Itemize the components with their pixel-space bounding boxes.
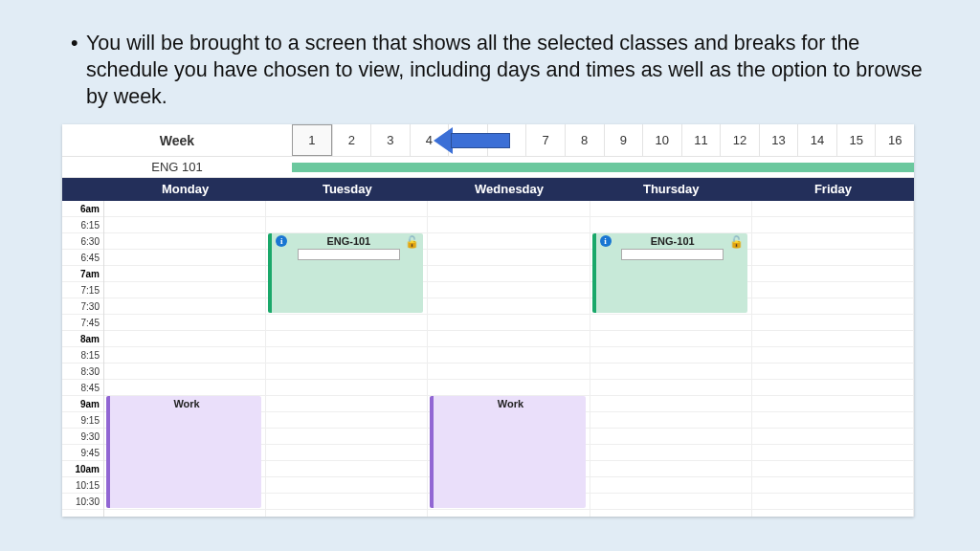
day-header: Tuesday	[266, 178, 428, 201]
time-label: 10:30	[62, 494, 103, 510]
week-selector-row: Week 12345678910111213141516	[62, 124, 914, 157]
time-label: 9:45	[62, 445, 103, 461]
time-label: 8:45	[62, 380, 103, 396]
unlock-icon[interactable]: 🔓	[405, 235, 419, 249]
break-event[interactable]: Work	[106, 396, 261, 508]
event-title: Work	[498, 398, 523, 409]
day-column: iENG-101🔓	[590, 201, 752, 517]
event-input[interactable]	[621, 249, 724, 260]
day-header: Wednesday	[428, 178, 590, 201]
week-cell-14[interactable]: 14	[797, 124, 836, 156]
week-cell-16[interactable]: 16	[875, 124, 914, 156]
event-title: ENG-101	[651, 235, 695, 247]
instruction-bullet: You will be brought to a screen that sho…	[86, 31, 923, 111]
time-label: 6:45	[62, 250, 103, 266]
week-label: Week	[62, 124, 292, 156]
class-event[interactable]: iENG-101🔓	[592, 233, 747, 313]
class-span-label: ENG 101	[62, 157, 292, 177]
time-label: 10am	[62, 461, 103, 477]
time-label: 7:15	[62, 282, 103, 298]
time-gutter: 6am6:156:306:457am7:157:307:458am8:158:3…	[62, 201, 104, 517]
week-cell-12[interactable]: 12	[720, 124, 759, 156]
time-label: 8am	[62, 331, 103, 347]
event-title: Work	[173, 398, 199, 409]
day-header: Monday	[104, 178, 266, 201]
week-cell-1[interactable]: 1	[292, 124, 332, 156]
event-title: ENG-101	[326, 235, 370, 247]
week-cell-3[interactable]: 3	[370, 124, 410, 156]
week-cell-8[interactable]: 8	[565, 124, 604, 156]
day-header: Thursday	[590, 178, 752, 201]
week-cell-13[interactable]: 13	[759, 124, 798, 156]
time-label: 6:15	[62, 217, 103, 233]
time-label: 10:15	[62, 477, 103, 494]
day-column	[752, 201, 914, 517]
week-cell-4[interactable]: 4	[410, 124, 449, 156]
days-header: MondayTuesdayWednesdayThursdayFriday	[62, 178, 914, 201]
time-label: 8:15	[62, 347, 103, 364]
info-icon[interactable]: i	[600, 235, 612, 247]
time-label: 6:30	[62, 233, 103, 250]
break-event[interactable]: Work	[430, 396, 585, 508]
day-header: Friday	[752, 178, 914, 201]
calendar-grid: 6am6:156:306:457am7:157:307:458am8:158:3…	[62, 201, 914, 517]
week-cell-10[interactable]: 10	[642, 124, 681, 156]
time-label: 7am	[62, 266, 103, 282]
week-cell-5[interactable]: 5	[448, 124, 487, 156]
day-column: iENG-101🔓	[266, 201, 428, 517]
time-label: 9:15	[62, 412, 103, 429]
time-label: 8:30	[62, 364, 103, 380]
unlock-icon[interactable]: 🔓	[729, 235, 744, 249]
class-event[interactable]: iENG-101🔓	[268, 233, 423, 313]
time-label: 7:30	[62, 298, 103, 315]
week-cell-7[interactable]: 7	[525, 124, 565, 156]
time-label: 9am	[62, 396, 103, 412]
time-label: 6am	[62, 201, 103, 217]
day-column: Work	[428, 201, 590, 517]
time-label: 7:45	[62, 315, 103, 331]
class-span-row: ENG 101	[62, 157, 914, 178]
week-cell-15[interactable]: 15	[836, 124, 876, 156]
info-icon[interactable]: i	[276, 235, 287, 247]
schedule-app: Week 12345678910111213141516 ENG 101 Mon…	[62, 124, 914, 517]
event-input[interactable]	[298, 249, 400, 260]
time-label: 9:30	[62, 429, 103, 445]
day-column: Work	[104, 201, 266, 517]
week-cell-9[interactable]: 9	[604, 124, 643, 156]
class-span-bar	[292, 157, 914, 177]
week-cell-11[interactable]: 11	[681, 124, 721, 156]
week-cell-6[interactable]: 6	[487, 124, 526, 156]
week-cell-2[interactable]: 2	[332, 124, 371, 156]
